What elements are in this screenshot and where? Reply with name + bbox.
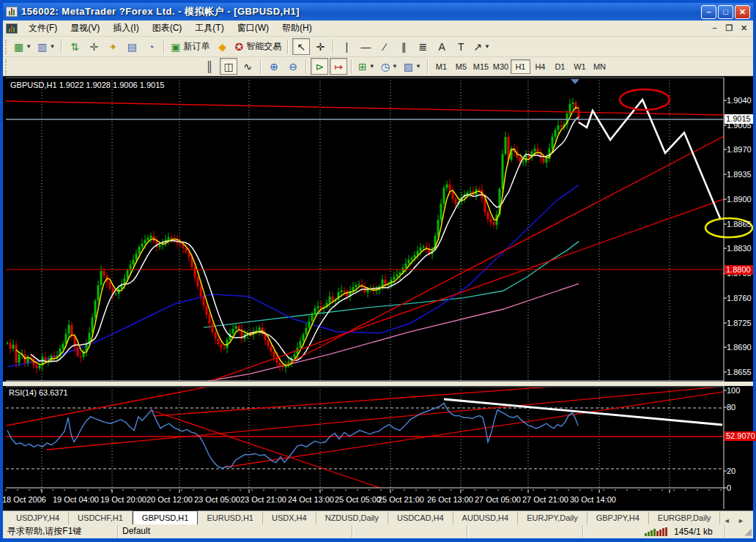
resize-grip[interactable]: ◢ [744, 526, 753, 537]
expert-advisors-button[interactable]: ✪智能交易 [233, 38, 284, 55]
menu-item-1[interactable]: 显视(V) [64, 21, 106, 36]
horizontal-line-button[interactable]: — [357, 38, 374, 55]
status-profile[interactable]: Default [118, 525, 352, 538]
tab-EURUSD-H1[interactable]: EURUSD,H1 [198, 512, 263, 524]
label-button[interactable]: T [452, 38, 470, 55]
tab-GBPUSD-H1[interactable]: GBPUSD,H1 [133, 511, 199, 524]
window-title: 156002: MetaTrader ?Forex Ltd. - 模拟帐户 - … [21, 5, 701, 18]
arrows-icon: ↗ [473, 41, 482, 53]
market-watch-button[interactable]: ⇅ [66, 38, 84, 55]
menu-bar: 文件(F)显视(V)插入(I)图表(C)工具(T)窗口(W)帮助(H) – ❐ … [3, 21, 753, 37]
navigator-button[interactable]: ✦ [104, 38, 122, 55]
tab-USDX-H4[interactable]: USDX,H4 [263, 512, 316, 524]
market-watch-icon: ⇅ [70, 41, 79, 53]
timeframe-H1[interactable]: H1 [511, 59, 530, 74]
rsi-indicator-label: RSI(14) 63.6371 [9, 388, 68, 397]
vertical-line-icon: | [345, 41, 348, 53]
tab-EURGBP-Daily[interactable]: EURGBP,Daily [649, 512, 721, 524]
cursor-button[interactable]: ↖ [292, 38, 310, 55]
terminal-button[interactable]: ▤ [123, 38, 141, 55]
zoom-out-icon: ⊖ [289, 61, 297, 73]
time-axis-label: 19 Oct 04:00 [53, 495, 99, 504]
tab-scroll-arrows[interactable]: ◄ ► [724, 517, 753, 524]
zoom-in-button[interactable]: ⊕ [265, 58, 283, 75]
periods-icon: ◷ [381, 61, 390, 73]
close-button[interactable]: ✕ [735, 5, 750, 19]
menu-item-3[interactable]: 图表(C) [146, 21, 189, 36]
tab-NZDUSD-Daily[interactable]: NZDUSD,Daily [316, 512, 388, 524]
profiles-icon: ▥ [37, 41, 47, 53]
channel-button[interactable]: ∥ [395, 38, 412, 55]
menu-item-5[interactable]: 窗口(W) [231, 21, 275, 36]
status-bar: 寻求帮助,请按F1键 Default 1454/1 kb ◢ [3, 524, 753, 538]
auto-scroll-button[interactable]: ⊳ [311, 58, 328, 75]
timeframe-W1[interactable]: W1 [570, 59, 590, 74]
cursor-icon: ↖ [297, 41, 305, 53]
time-axis-label: 20 Oct 12:00 [147, 495, 193, 504]
data-window-button[interactable]: ✛ [85, 38, 103, 55]
mdi-close-button[interactable]: ✕ [738, 23, 750, 34]
text-icon: A [439, 41, 445, 53]
bar-chart-button[interactable]: ║ [201, 58, 218, 75]
crosshair-button[interactable]: ✛ [311, 38, 329, 55]
strategy-tester-button[interactable]: ◔ [142, 38, 160, 55]
timeframe-M1[interactable]: M1 [431, 59, 451, 74]
menu-item-0[interactable]: 文件(F) [22, 21, 64, 36]
chart-tab-bar: USDJPY,H4USDCHF,H1GBPUSD,H1EURUSD,H1USDX… [3, 511, 753, 524]
new-chart-icon: ▦ [14, 41, 23, 53]
price-chart-canvas[interactable] [3, 76, 753, 511]
tab-EURJPY-Daily[interactable]: EURJPY,Daily [518, 512, 588, 524]
rsi-tick-label: 20 [727, 467, 735, 475]
trendline-button[interactable]: ∕ [376, 38, 393, 55]
metaeditor-button[interactable]: ◆ [214, 38, 231, 55]
vertical-line-button[interactable]: | [338, 38, 355, 55]
timeframe-MN[interactable]: MN [590, 59, 609, 74]
text-button[interactable]: A [433, 38, 451, 55]
arrows-button[interactable]: ↗▼ [471, 38, 492, 55]
timeframe-D1[interactable]: D1 [550, 59, 570, 74]
menu-item-2[interactable]: 插入(I) [106, 21, 145, 36]
tab-USDCAD-H4[interactable]: USDCAD,H4 [388, 512, 453, 524]
price-tick-label: 1.8655 [727, 368, 752, 376]
chart-shift-button[interactable]: ↦ [330, 58, 347, 75]
tab-USDCHF-H1[interactable]: USDCHF,H1 [69, 512, 133, 524]
indicators-button[interactable]: ⊞▼ [356, 58, 377, 75]
candlestick-button[interactable]: ◫ [220, 58, 237, 75]
mdi-restore-button[interactable]: ❐ [723, 23, 735, 34]
auto-scroll-icon: ⊳ [315, 61, 324, 73]
timeframe-H4[interactable]: H4 [530, 59, 550, 74]
terminal-icon: ▤ [127, 41, 137, 53]
rsi-tick-label: 100 [727, 386, 740, 395]
toolbar-charts: ║◫∿⊕⊖⊳↦⊞▼◷▼▨▼M1M5M15M30H1H4D1W1MN [3, 57, 753, 76]
templates-button[interactable]: ▨▼ [401, 58, 423, 75]
symbol-ohlc-label: GBPUSD,H1 1.9022 1.9028 1.9006 1.9015 [10, 81, 164, 89]
minimize-button[interactable]: – [701, 5, 716, 19]
zoom-out-button[interactable]: ⊖ [284, 58, 302, 75]
fibonacci-button[interactable]: ≣ [414, 38, 431, 55]
menu-item-4[interactable]: 工具(T) [188, 21, 230, 36]
timeframe-M15[interactable]: M15 [471, 59, 491, 74]
time-axis-label: 25 Oct 05:00 [335, 495, 381, 504]
tab-AUDUSD-H4[interactable]: AUDUSD,H4 [453, 512, 519, 524]
maximize-button[interactable]: □ [718, 5, 733, 19]
connection-bars-icon [645, 527, 670, 536]
tab-GBPJPY-H4[interactable]: GBPJPY,H4 [588, 512, 649, 524]
new-order-button[interactable]: ▣新订单 [168, 38, 212, 55]
title-bar[interactable]: 156002: MetaTrader ?Forex Ltd. - 模拟帐户 - … [3, 3, 753, 21]
timeframe-M5[interactable]: M5 [451, 59, 471, 74]
chart-shift-icon: ↦ [334, 61, 343, 73]
mdi-minimize-button[interactable]: – [708, 23, 721, 34]
timeframe-M30[interactable]: M30 [491, 59, 511, 74]
new-chart-button[interactable]: ▦▼ [12, 38, 34, 55]
time-axis-label: 27 Oct 21:00 [522, 495, 568, 504]
indicators-icon: ⊞ [358, 61, 367, 73]
chart-area[interactable]: GBPUSD,H1 1.9022 1.9028 1.9006 1.9015 RS… [3, 76, 753, 511]
tab-USDJPY-H4[interactable]: USDJPY,H4 [7, 512, 69, 524]
line-chart-button[interactable]: ∿ [239, 58, 256, 75]
chevron-down-icon: ▼ [26, 43, 32, 50]
periods-button[interactable]: ◷▼ [379, 58, 400, 75]
profiles-button[interactable]: ▥▼ [35, 38, 57, 55]
menu-item-6[interactable]: 帮助(H) [275, 21, 319, 36]
status-cell-3 [352, 525, 467, 538]
new-order-button-label: 新订单 [184, 40, 210, 53]
